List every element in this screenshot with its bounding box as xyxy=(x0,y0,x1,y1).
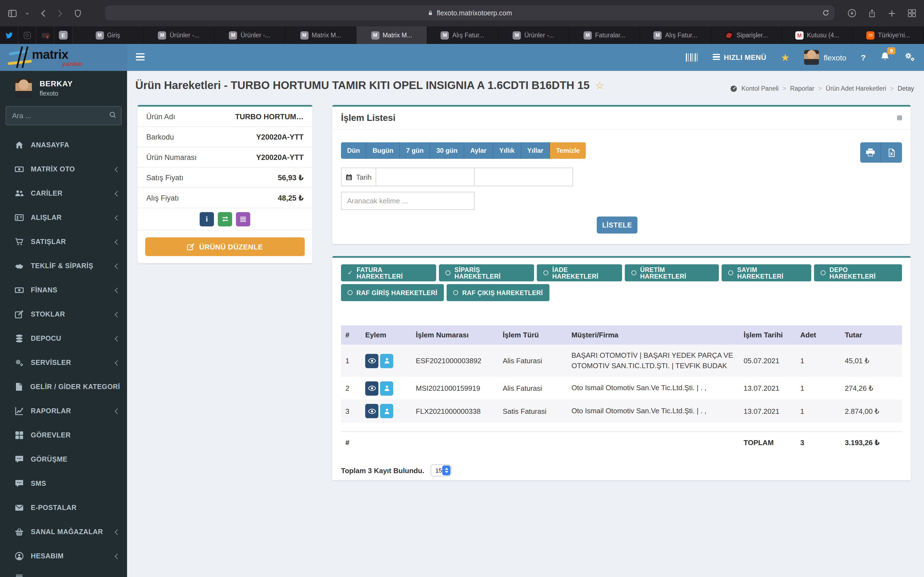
pinned-tab-e[interactable]: E xyxy=(55,26,73,44)
favorite-page-star[interactable]: ☆ xyxy=(595,79,604,92)
pinned-tab-camera[interactable] xyxy=(36,26,55,44)
filter-30gun[interactable]: 30 gün xyxy=(430,142,464,159)
page-size-select[interactable]: 15 xyxy=(431,464,452,476)
filter-raf-cikis-hareketleri[interactable]: RAF ÇIKIŞ HAREKETLERİ xyxy=(447,284,549,301)
view-button[interactable] xyxy=(365,354,378,368)
excel-export-button[interactable] xyxy=(881,142,902,163)
handshake-icon xyxy=(14,261,24,270)
sidebar-item-teklif-siparis[interactable]: TEKLİF & SİPARİŞ xyxy=(0,254,127,278)
sidebar-item-hesabim[interactable]: HESABIM xyxy=(0,544,127,568)
sidebar-item-gelir-gider[interactable]: GELİR / GİDER KATEGORİ xyxy=(0,375,127,399)
forward-button[interactable] xyxy=(55,9,64,17)
filter-depo-hareketleri[interactable]: DEPO HAREKETLERİ xyxy=(814,264,902,281)
new-tab-button[interactable] xyxy=(888,9,896,17)
sidebar-item-finans[interactable]: FİNANS xyxy=(0,278,127,302)
sidebar-search[interactable] xyxy=(5,106,121,125)
sidebar-item-sanal-magazalar[interactable]: SANAL MAĞAZALAR xyxy=(0,520,127,544)
breadcrumb-link[interactable]: Raporlar xyxy=(790,85,814,92)
browser-tab[interactable]: MFaturalar... xyxy=(569,26,640,44)
pinned-tab-instagram[interactable] xyxy=(18,26,36,44)
filter-sayim-hareketleri[interactable]: SAYIM HAREKETLERİ xyxy=(722,264,811,281)
date-from-input[interactable] xyxy=(376,168,475,186)
view-button[interactable] xyxy=(365,381,378,395)
sidebar-item-gorevler[interactable]: GÖREVLER xyxy=(0,423,127,447)
barcode-icon[interactable] xyxy=(686,53,698,61)
filter-temizle[interactable]: Temizle xyxy=(550,142,586,159)
sidebar-item-satislar[interactable]: SATIŞLAR xyxy=(0,230,127,254)
menu-toggle-button[interactable] xyxy=(136,53,145,62)
keyword-input[interactable] xyxy=(341,192,475,210)
pinned-tab-twitter[interactable] xyxy=(0,26,18,44)
edit-product-button[interactable]: ÜRÜNÜ DÜZENLE xyxy=(145,237,305,256)
customer-button[interactable] xyxy=(380,354,393,368)
address-bar[interactable]: flexoto.matrixotoerp.com xyxy=(105,5,834,20)
back-button[interactable] xyxy=(40,9,48,17)
sidebar-item-stoklar[interactable]: STOKLAR xyxy=(0,302,127,326)
browser-tab[interactable]: MMatrix M... xyxy=(286,26,356,44)
browser-tab[interactable]: MKutusu (4... xyxy=(782,26,853,44)
browser-tab[interactable]: MÜrünler -... xyxy=(498,26,569,44)
shield-icon[interactable] xyxy=(74,9,82,17)
sidebar-item-sms[interactable]: SMS xyxy=(0,472,127,496)
browser-tab[interactable]: Türkiye'ni... xyxy=(853,26,924,44)
sidebar-item-servisler[interactable]: SERVİSLER xyxy=(0,351,127,375)
list-button[interactable] xyxy=(236,212,250,226)
filter-iade-hareketleri[interactable]: İADE HAREKETLERİ xyxy=(537,264,622,281)
settings-button[interactable] xyxy=(904,51,915,64)
user-chip[interactable]: flexoto xyxy=(804,50,846,65)
filter-yillar[interactable]: Yıllar xyxy=(521,142,550,159)
notifications-button[interactable]: 9 xyxy=(880,52,890,63)
share-button[interactable] xyxy=(868,9,876,17)
sidebar-item-cariler[interactable]: CARİLER xyxy=(0,181,127,206)
filter-dun[interactable]: Dün xyxy=(341,142,367,159)
customer-button[interactable] xyxy=(380,381,393,395)
brand-logo[interactable]: matrix yazılım xyxy=(0,44,127,71)
help-button[interactable]: ? xyxy=(861,53,866,62)
users-icon xyxy=(14,189,24,198)
browser-tab[interactable]: MÜrünler -... xyxy=(215,26,286,44)
browser-tab[interactable]: Siparişler... xyxy=(711,26,782,44)
chevron-down-icon[interactable] xyxy=(25,11,30,16)
browser-tab[interactable]: MÜrünler -... xyxy=(144,26,215,44)
sidebar-toggle-icon[interactable] xyxy=(8,8,17,18)
sidebar-item-depocu[interactable]: DEPOCU xyxy=(0,326,127,351)
downloads-button[interactable] xyxy=(848,9,856,18)
browser-tab-active[interactable]: MMatrix M... xyxy=(356,26,427,44)
sidebar-item-raporlar[interactable]: RAPORLAR xyxy=(0,399,127,423)
filter-raf-giris-hareketleri[interactable]: RAF GİRİŞ HAREKETLERİ xyxy=(341,284,444,301)
favorites-star-icon[interactable]: ★ xyxy=(781,52,790,63)
customer-button[interactable] xyxy=(380,404,393,418)
browser-tab[interactable]: MGiriş xyxy=(73,26,144,44)
filter-fatura-hareketleri[interactable]: ✓FATURA HAREKETLERİ xyxy=(341,264,436,281)
sidebar-item-epostalar[interactable]: E-POSTALAR xyxy=(0,496,127,520)
breadcrumb-link[interactable]: Kontol Paneli xyxy=(741,85,779,92)
swap-button[interactable] xyxy=(218,212,232,226)
filter-aylar[interactable]: Aylar xyxy=(464,142,493,159)
list-button-listele[interactable]: LİSTELE xyxy=(597,216,638,234)
sidebar-item-partial[interactable] xyxy=(0,568,127,577)
tab-overview-button[interactable] xyxy=(908,9,916,18)
sidebar-item-alislar[interactable]: ALIŞLAR xyxy=(0,206,127,230)
info-button[interactable]: i xyxy=(200,212,214,226)
lock-icon xyxy=(427,10,433,16)
sidebar-item-matrix-oto[interactable]: MATRİX OTO xyxy=(0,157,127,181)
view-button[interactable] xyxy=(365,404,378,418)
browser-tab[interactable]: MAlış Fatur... xyxy=(640,26,711,44)
reload-button[interactable] xyxy=(822,9,829,19)
sidebar-item-gorusme[interactable]: GÖRÜŞME xyxy=(0,447,127,472)
collapse-button[interactable] xyxy=(897,115,902,120)
filter-siparis-hareketleri[interactable]: SİPARİŞ HAREKETLERİ xyxy=(439,264,534,281)
filter-7gun[interactable]: 7 gün xyxy=(400,142,430,159)
calendar-icon xyxy=(346,173,353,181)
print-button[interactable] xyxy=(860,142,881,163)
search-icon[interactable] xyxy=(109,111,116,121)
sidebar-item-anasayfa[interactable]: ANASAYFA xyxy=(0,133,127,157)
quick-menu-button[interactable]: HIZLI MENÜ xyxy=(713,53,766,61)
filter-uretim-hareketleri[interactable]: ÜRETİM HAREKETLERİ xyxy=(625,264,719,281)
filter-yillik[interactable]: Yıllık xyxy=(493,142,521,159)
search-input[interactable] xyxy=(12,111,109,120)
browser-tab[interactable]: MAlış Fatur... xyxy=(427,26,498,44)
filter-bugun[interactable]: Bugün xyxy=(367,142,400,159)
breadcrumb-link[interactable]: Ürün Adet Hareketleri xyxy=(826,85,886,92)
date-to-input[interactable] xyxy=(474,168,573,186)
